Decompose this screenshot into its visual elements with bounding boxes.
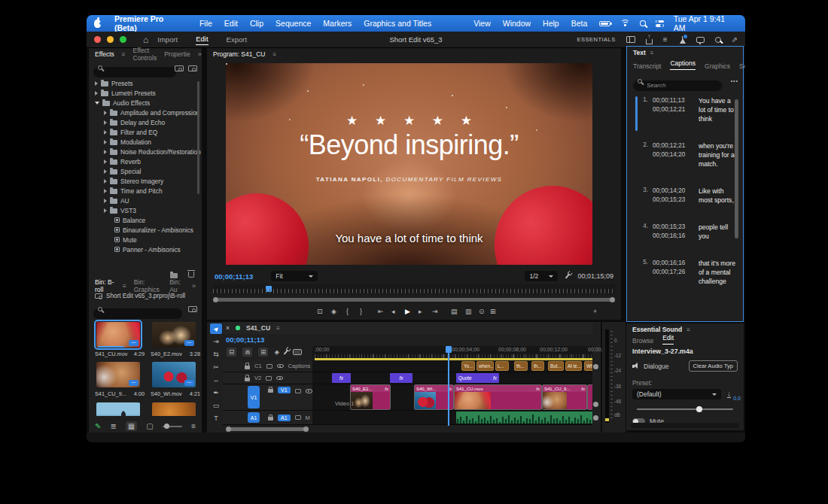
tree-item[interactable]: Reverb [89,156,202,166]
caption-timecodes[interactable]: 00;00;16;1600;00;17;26 [653,259,694,286]
go-to-out-icon[interactable]: ⇥ [432,308,438,315]
sort-icon[interactable]: ≡ [191,422,196,430]
monitor-timebar[interactable] [213,284,615,294]
slider-knob[interactable] [696,406,702,412]
clip-thumbnail[interactable] [96,402,140,416]
caption-clip[interactable]: when... [476,361,494,371]
tree-scrollbar[interactable] [197,81,199,194]
step-forward-icon[interactable]: ▸ [419,308,422,315]
pen-tool[interactable]: ✒ [210,387,222,398]
audio-meter-bar[interactable] [605,329,609,423]
tab-properties[interactable]: Propertie [164,50,190,58]
tab-effects[interactable]: Effects [95,50,114,58]
tree-item-effect[interactable]: Panner - Ambisonics [89,244,202,254]
tree-item[interactable]: AU [89,196,202,205]
caption-timecodes[interactable]: 00;00;15;2300;00;16;16 [653,223,694,241]
menu-graphics-titles[interactable]: Graphics and Titles [364,19,431,28]
timeline-ruler[interactable]: ;00;00 00;00;04;00 00;00;08;00 00;00;12;… [312,346,592,358]
effects-search[interactable] [93,63,176,77]
nav-edit[interactable]: Edit [196,35,208,45]
panel-menu-icon[interactable]: ≡ [276,325,280,332]
effects-search-input[interactable] [93,67,176,77]
lock-icon[interactable] [268,389,273,393]
caption-clip[interactable]: Yo... [461,361,475,371]
export-frame-icon[interactable]: ⊙ [479,308,485,315]
tree-item[interactable]: Special [89,166,202,176]
preset-dropdown[interactable]: (Default) [632,389,721,399]
panel-menu-icon[interactable]: ≡ [272,51,276,58]
edit-pencil-icon[interactable]: ✎ [95,422,101,430]
clip-name[interactable]: S41_CU_9... [95,390,126,397]
app-menu[interactable]: Premiere Pro (Beta) [114,15,187,32]
wifi-icon[interactable] [620,20,630,27]
play-button[interactable]: ▶ [405,308,410,315]
caption-clip[interactable]: th... [514,361,528,371]
menu-view[interactable]: View [473,19,491,28]
track-visibility-icon[interactable] [276,376,283,381]
tree-item[interactable]: Stereo Imagery [89,176,202,186]
bin-search-input[interactable] [93,308,182,319]
save-preset-icon[interactable]: ↓ [727,391,731,398]
chevron-right-icon[interactable] [104,159,107,164]
minimize-window-button[interactable] [107,36,114,43]
menu-clip[interactable]: Clip [250,19,263,28]
workspace-label[interactable]: ESSENTIALS [577,36,615,43]
more-options-icon[interactable]: ••• [731,78,738,83]
menu-edit[interactable]: Edit [224,19,238,28]
workspace-icon[interactable] [626,36,635,43]
panel-menu-icon[interactable]: ≡ [122,51,126,58]
video-clip[interactable]: S41_CU_9...fx [543,385,586,409]
track-badge-icon[interactable] [266,364,272,369]
panel-menu-icon[interactable]: ≡ [650,50,654,56]
menu-window[interactable]: Window [503,19,531,28]
add-marker-icon[interactable]: ◈ [274,348,279,356]
tree-item[interactable]: Time and Pitch [89,186,202,196]
clip-thumbnail[interactable]: ••• [152,322,196,348]
control-center-icon[interactable] [656,20,664,27]
timeline-scrollbar[interactable] [226,427,309,432]
mark-out-icon[interactable]: } [360,308,362,315]
track-badge-icon[interactable] [295,389,301,393]
graphic-clip[interactable]: fx [390,373,412,383]
mute-track-button[interactable]: M [306,414,310,421]
beta-feedback-icon[interactable] [678,36,686,44]
panel-menu-icon[interactable]: ≡ [686,326,690,333]
search-icon[interactable] [715,37,721,43]
caption-text[interactable]: when you're training for a match. [699,141,735,169]
sequence-name[interactable]: S41_CU [246,324,270,332]
track-visibility-icon[interactable] [306,389,312,393]
tree-item[interactable]: Delay and Echo [89,117,202,127]
clip-thumbnail[interactable]: ••• [96,322,140,348]
go-to-in-icon[interactable]: ⇤ [378,308,384,315]
tree-item[interactable]: Audio Effects [89,98,202,108]
track-scroll-dot[interactable] [593,364,598,369]
track-scroll-dot[interactable] [593,402,598,407]
caption-timecodes[interactable]: 00;00;14;2000;00;15;23 [653,187,694,205]
new-preset-icon[interactable] [175,65,184,71]
chevron-right-icon[interactable] [104,169,107,174]
tab-bin-graphics[interactable]: Bin: Graphics [134,278,162,293]
caption-clip[interactable]: But... [548,361,564,371]
panel-overflow-icon[interactable]: » [198,50,202,58]
v1-lane[interactable]: S40_E2...fx S40_WI...fx S41_CU.movfx S41… [312,384,592,410]
tree-item[interactable]: Modulation [89,137,202,147]
caption-row[interactable]: 4. 00;00;15;2300;00;16;16 people tell yo… [633,223,735,241]
menu-beta[interactable]: Beta [571,19,588,28]
add-marker-icon[interactable]: ◈ [331,308,336,315]
source-patch-a1[interactable]: A1 [248,412,260,423]
track-label-a1[interactable]: A1 [278,414,291,421]
comparison-view-icon[interactable]: ⊡ [317,308,323,315]
chevron-right-icon[interactable] [104,140,107,144]
track-select-tool[interactable]: ⇥ [210,336,222,347]
nav-import[interactable]: Import [157,35,178,44]
captions-scrollbar[interactable] [735,99,738,238]
menu-markers[interactable]: Markers [323,19,352,28]
tree-item[interactable]: Noise Reduction/Restoration [89,147,202,156]
comments-icon[interactable] [696,37,705,43]
tree-item-effect[interactable]: Binauralizer - Ambisonics [89,225,202,235]
lock-icon[interactable] [245,366,250,369]
panel-overflow-icon[interactable]: » [192,282,196,290]
video-clip[interactable] [588,385,592,409]
tree-item-effect[interactable]: Mute [89,235,202,244]
chevron-right-icon[interactable] [104,111,107,115]
